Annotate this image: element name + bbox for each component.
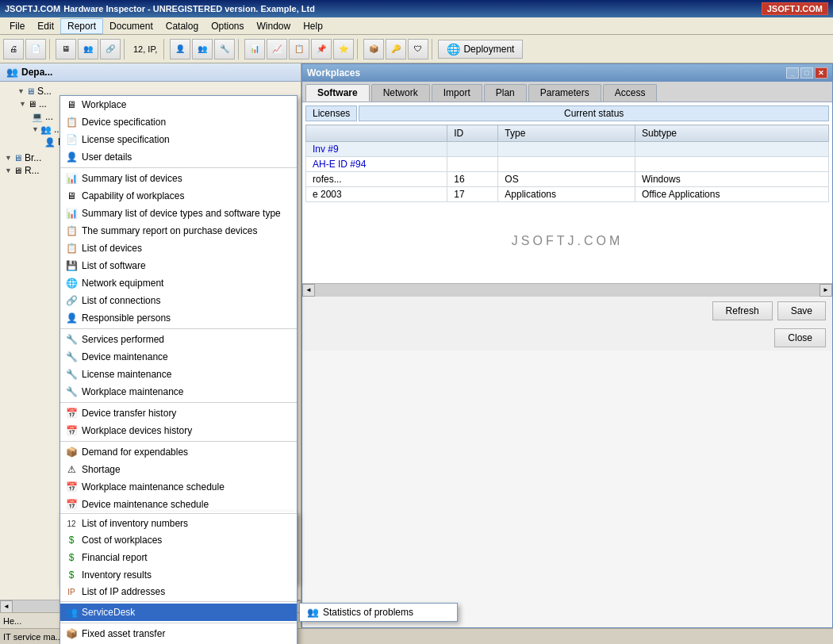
inventory-results-label: Inventory results xyxy=(82,569,152,581)
toolbar-sep-3 xyxy=(163,39,167,59)
tree-icon-6: 🖥 xyxy=(13,166,22,175)
toolbar-sep-2 xyxy=(124,39,127,59)
menu-cost-wp[interactable]: $ Cost of workplaces xyxy=(60,531,297,549)
toolbar-sep-5 xyxy=(357,39,360,59)
status-text: IT service ma... xyxy=(3,632,63,642)
device-history-icon: 📅 xyxy=(65,407,78,420)
menu-edit[interactable]: Edit xyxy=(31,19,60,33)
fixed-transfer-label: Fixed asset transfer xyxy=(82,628,165,639)
tab-import[interactable]: Import xyxy=(432,84,482,102)
menu-list-devices[interactable]: 📋 List of devices xyxy=(60,240,297,257)
menu-network-equip[interactable]: 🌐 Network equipment xyxy=(60,274,297,292)
menu-license-maint[interactable]: 🔧 License maintenance xyxy=(60,366,297,383)
menu-options[interactable]: Options xyxy=(205,19,250,33)
scroll-left-btn[interactable]: ◄ xyxy=(0,600,13,613)
toolbar-btn-9[interactable]: 📊 xyxy=(244,39,265,59)
menu-shortage[interactable]: ⚠ Shortage xyxy=(60,461,297,478)
menu-list-connections[interactable]: 🔗 List of connections xyxy=(60,292,297,309)
menu-fixed-transfer[interactable]: 📦 Fixed asset transfer xyxy=(60,625,297,642)
win-maximize[interactable]: □ xyxy=(800,67,813,79)
menu-services[interactable]: 🔧 Services performed xyxy=(60,331,297,348)
menu-workplace[interactable]: 🖥 Workplace xyxy=(60,96,297,113)
menu-window[interactable]: Window xyxy=(251,19,298,33)
toolbar-btn-3[interactable]: 🖥 xyxy=(56,39,76,59)
content-scrollbar[interactable]: ◄ ► xyxy=(302,283,832,296)
toolbar-btn-11[interactable]: 📋 xyxy=(289,39,309,59)
toolbar-btn-7[interactable]: 👥 xyxy=(192,39,213,59)
toolbar-sep-4 xyxy=(238,39,241,59)
content-scroll-left[interactable]: ◄ xyxy=(302,284,315,297)
toolbar-btn-14[interactable]: 📦 xyxy=(363,39,384,59)
tab-software[interactable]: Software xyxy=(305,84,370,102)
menu-list-software[interactable]: 💾 List of software xyxy=(60,257,297,274)
table-row-1[interactable]: Inv #9 xyxy=(306,142,829,157)
tab-plan[interactable]: Plan xyxy=(484,84,527,102)
list-devices-label: List of devices xyxy=(82,243,142,254)
tab-access[interactable]: Access xyxy=(603,84,658,102)
menu-workplace-maint[interactable]: 🔧 Workplace maintenance xyxy=(60,383,297,401)
toolbar-btn-10[interactable]: 📈 xyxy=(267,39,287,59)
table-row-4[interactable]: e 2003 17 Applications Office Applicatio… xyxy=(306,187,829,202)
content-scroll-track[interactable] xyxy=(315,284,820,297)
toolbar-btn-4[interactable]: 👥 xyxy=(78,39,98,59)
menu-document[interactable]: Document xyxy=(103,19,159,33)
menu-help[interactable]: Help xyxy=(297,19,329,33)
license-spec-icon: 📄 xyxy=(65,133,78,146)
tab-network[interactable]: Network xyxy=(371,84,430,102)
menu-capability[interactable]: 🖥 Capability of workplaces xyxy=(60,187,297,205)
menu-servicedesk[interactable]: 👥 ServiceDesk xyxy=(60,604,297,621)
save-button[interactable]: Save xyxy=(777,301,826,320)
menu-summary-devices[interactable]: 📊 Summary list of devices xyxy=(60,170,297,187)
table-row-3[interactable]: rofes... 16 OS Windows xyxy=(306,172,829,187)
win-close[interactable]: ✕ xyxy=(815,67,827,79)
menu-wp-schedule[interactable]: 📅 Workplace maintenance schedule xyxy=(60,478,297,496)
close-button[interactable]: Close xyxy=(774,328,826,347)
menu-catalog[interactable]: Catalog xyxy=(159,19,205,33)
menu-user-details[interactable]: 👤 User details xyxy=(60,148,297,166)
refresh-button[interactable]: Refresh xyxy=(712,301,773,320)
toolbar-btn-12[interactable]: 📌 xyxy=(311,39,332,59)
menu-report[interactable]: Report xyxy=(60,18,103,34)
submenu-statistics[interactable]: 👥 Statistics of problems xyxy=(300,604,457,621)
sep-3 xyxy=(60,402,297,403)
user-details-label: User details xyxy=(82,151,132,163)
menu-device-maintenance[interactable]: 🔧 Device maintenance xyxy=(60,348,297,366)
menu-summary-types[interactable]: 📊 Summary list of device types and softw… xyxy=(60,205,297,222)
cost-wp-icon: $ xyxy=(65,534,78,546)
menu-purchase-report[interactable]: 📋 The summary report on purchase devices xyxy=(60,222,297,240)
content-scroll-right[interactable]: ► xyxy=(820,284,832,297)
toolbar-btn-2[interactable]: 📄 xyxy=(25,39,46,59)
toolbar-btn-1[interactable]: 🖨 xyxy=(3,39,24,59)
menu-inventory-results[interactable]: $ Inventory results xyxy=(60,566,297,584)
toolbar-btn-6[interactable]: 👤 xyxy=(170,39,190,59)
menu-responsible[interactable]: 👤 Responsible persons xyxy=(60,309,297,327)
menu-file[interactable]: File xyxy=(3,19,31,33)
cell-type-1 xyxy=(498,142,635,157)
menu-financial[interactable]: $ Financial report xyxy=(60,549,297,566)
toolbar-btn-15[interactable]: 🔑 xyxy=(386,39,406,59)
list-connections-icon: 🔗 xyxy=(65,294,78,307)
summary-types-label: Summary list of device types and softwar… xyxy=(82,208,281,219)
menu-license-spec[interactable]: 📄 License specification xyxy=(60,131,297,148)
menu-device-spec[interactable]: 📋 Device specification xyxy=(60,113,297,131)
toolbar-btn-16[interactable]: 🛡 xyxy=(408,39,428,59)
toolbar-btn-8[interactable]: 🔧 xyxy=(214,39,235,59)
device-spec-label: Device specification xyxy=(82,117,166,128)
table-row-2[interactable]: AH-E ID #94 xyxy=(306,157,829,172)
menu-ip-list[interactable]: IP List of IP addresses xyxy=(60,584,297,600)
app-logo: JSOFTJ.COM xyxy=(5,4,60,13)
toolbar-btn-5[interactable]: 🔗 xyxy=(100,39,121,59)
list-software-icon: 💾 xyxy=(65,259,78,272)
toolbar-btn-13[interactable]: ⭐ xyxy=(333,39,354,59)
win-minimize[interactable]: _ xyxy=(786,67,799,79)
menu-demand[interactable]: 📦 Demand for expendables xyxy=(60,443,297,461)
deploy-button[interactable]: 🌐 Deployment xyxy=(438,40,523,59)
menu-inventory-nums[interactable]: 12 List of inventory numbers xyxy=(60,516,297,531)
expand-icon-5: ▼ xyxy=(5,154,12,162)
menu-dev-schedule[interactable]: 📅 Device maintenance schedule xyxy=(60,496,297,513)
menu-workplace-history[interactable]: 📅 Workplace devices history xyxy=(60,422,297,439)
tab-parameters[interactable]: Parameters xyxy=(528,84,601,102)
menu-device-history[interactable]: 📅 Device transfer history xyxy=(60,404,297,422)
device-maintenance-label: Device maintenance xyxy=(82,351,168,362)
demand-label: Demand for expendables xyxy=(82,447,188,458)
